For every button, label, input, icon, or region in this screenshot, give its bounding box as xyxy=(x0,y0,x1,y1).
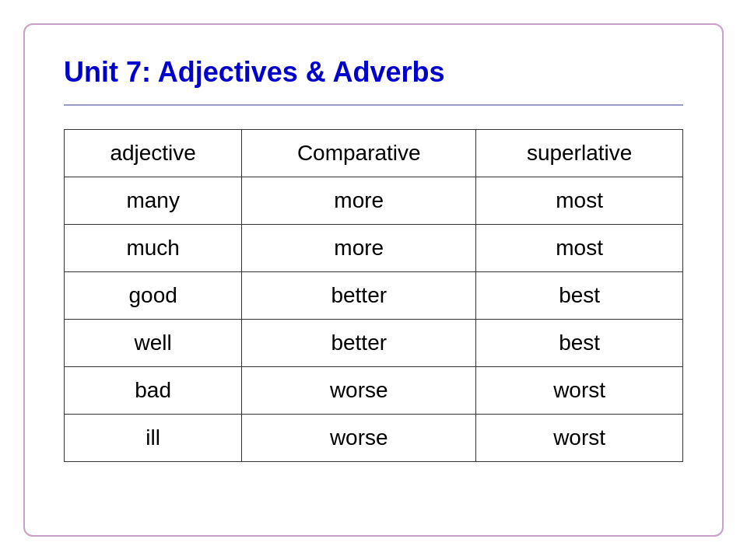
table-cell: much xyxy=(65,225,242,272)
table-cell: worse xyxy=(242,367,476,415)
table-header-cell: superlative xyxy=(476,130,683,177)
table-cell: many xyxy=(65,177,242,225)
table-row: badworseworst xyxy=(65,367,683,415)
table-cell: worst xyxy=(476,367,683,415)
table-header-cell: adjective xyxy=(65,130,242,177)
table-cell: good xyxy=(65,272,242,320)
table-cell: well xyxy=(65,320,242,367)
table-body: manymoremostmuchmoremostgoodbetterbestwe… xyxy=(65,177,683,462)
table-cell: most xyxy=(476,225,683,272)
table-cell: bad xyxy=(65,367,242,415)
grammar-table: adjectiveComparativesuperlative manymore… xyxy=(64,129,683,462)
table-row: goodbetterbest xyxy=(65,272,683,320)
page-title: Unit 7: Adjectives & Adverbs xyxy=(64,56,444,89)
table-cell: ill xyxy=(65,415,242,462)
table-cell: better xyxy=(242,272,476,320)
table-cell: best xyxy=(476,272,683,320)
table-header-cell: Comparative xyxy=(242,130,476,177)
table-cell: more xyxy=(242,225,476,272)
table-cell: more xyxy=(242,177,476,225)
table-cell: worst xyxy=(476,415,683,462)
table-cell: most xyxy=(476,177,683,225)
table-row: wellbetterbest xyxy=(65,320,683,367)
table-cell: better xyxy=(242,320,476,367)
table-cell: worse xyxy=(242,415,476,462)
table-cell: best xyxy=(476,320,683,367)
table-row: muchmoremost xyxy=(65,225,683,272)
table-row: illworseworst xyxy=(65,415,683,462)
slide-container: Unit 7: Adjectives & Adverbs adjectiveCo… xyxy=(23,23,724,537)
table-row: manymoremost xyxy=(65,177,683,225)
title-divider xyxy=(64,104,683,106)
table-header-row: adjectiveComparativesuperlative xyxy=(65,130,683,177)
